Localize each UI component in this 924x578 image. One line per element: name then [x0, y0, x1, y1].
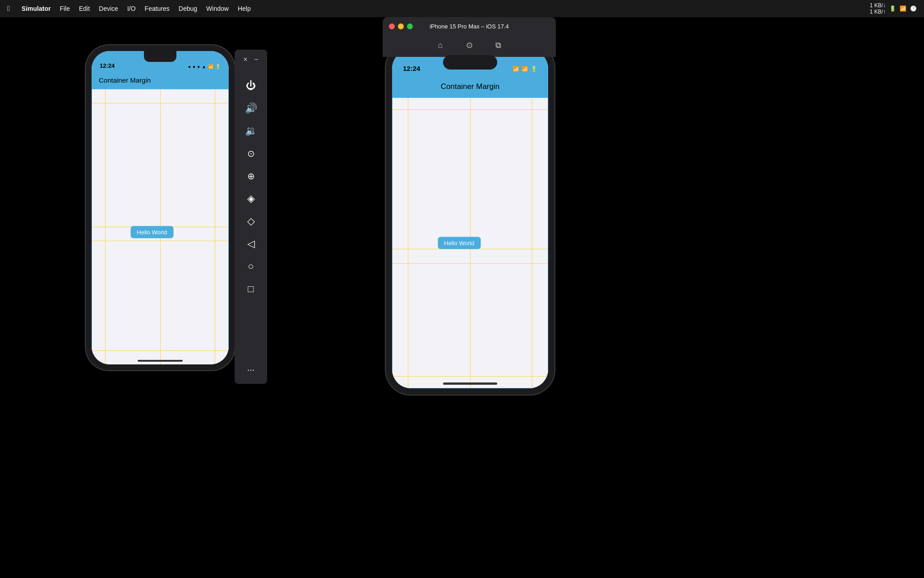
dynamic-island	[443, 55, 497, 70]
nav-title-left: Container Margin	[99, 76, 151, 84]
circle-icon[interactable]: ○	[241, 256, 261, 276]
status-time-left: 12:24	[100, 62, 115, 69]
crosshair-r-blue-v1	[392, 98, 393, 388]
crosshair-r-v3	[532, 98, 532, 388]
crosshair-v1	[105, 89, 106, 364]
volume-up-icon[interactable]: 🔊	[241, 98, 261, 118]
more-options-button[interactable]: ···	[243, 360, 259, 379]
status-icons-right: 📶 📶 🔋	[513, 66, 537, 72]
menubar-item-features[interactable]: Features	[140, 5, 174, 12]
crosshair-blue-h1	[92, 89, 229, 89]
menubar-item-debug[interactable]: Debug	[174, 5, 202, 12]
menubar-right: 1 KB/↓1 KB/↑ 🔋 📶 🕐	[870, 2, 917, 15]
network-usage: 1 KB/↓1 KB/↑	[870, 2, 886, 15]
home-indicator-left	[138, 360, 183, 362]
maximize-button[interactable]	[407, 23, 413, 29]
minimize-button[interactable]	[398, 23, 404, 29]
status-icons-left: ● ● ● ▲ 📶 🔋	[188, 64, 221, 69]
iphone-screen-right: 12:24 📶 📶 🔋 DEBUG Container Margin	[392, 50, 548, 388]
crosshair-r-blue-h1	[392, 98, 548, 98]
menubar-item-io[interactable]: I/O	[123, 5, 140, 12]
volume-down-icon[interactable]: 🔉	[241, 121, 261, 141]
power-icon[interactable]: ⏻	[241, 76, 261, 96]
menubar:  Simulator File Edit Device I/O Feature…	[0, 0, 924, 17]
iphone-navbar-right: Container Margin	[392, 76, 548, 98]
toolbar-minimize-button[interactable]: −	[250, 53, 263, 66]
clock-icon: 🕐	[910, 5, 917, 12]
hello-world-button-left[interactable]: Hello World	[130, 226, 173, 238]
iphone-frame-right: 12:24 📶 📶 🔋 DEBUG Container Margin	[386, 43, 554, 395]
rotate-left-icon[interactable]: ◇	[241, 211, 261, 231]
screenshot-action-button[interactable]: ⊙	[461, 37, 477, 53]
iphone-frame-left: 12:24 ● ● ● ▲ 📶 🔋 DEBUG Container Margin	[86, 45, 235, 370]
nav-title-right: Container Margin	[441, 82, 499, 91]
home-indicator-right	[443, 382, 497, 385]
iphone-navbar-left: Container Margin	[92, 71, 229, 89]
close-button[interactable]	[389, 23, 395, 29]
toolbar-icons: ⏻ 🔊 🔉 ⊙ ⊕ ◈ ◇ ◁ ○ □	[235, 76, 267, 299]
menubar-item-simulator[interactable]: Simulator	[17, 5, 55, 12]
menubar-item-help[interactable]: Help	[233, 5, 255, 12]
crosshair-blue-v1	[92, 89, 92, 364]
menubar-item-window[interactable]: Window	[202, 5, 233, 12]
status-time-right: 12:24	[403, 65, 420, 72]
paste-action-button[interactable]: ⧉	[490, 37, 506, 53]
square-icon[interactable]: □	[241, 279, 261, 299]
rotate-right-icon[interactable]: ◈	[241, 189, 261, 209]
iphone-notch-left	[144, 51, 176, 62]
apple-menu-icon[interactable]: 	[7, 5, 10, 13]
crosshair-r-v1	[408, 98, 408, 388]
home-action-button[interactable]: ⌂	[432, 37, 448, 53]
battery-icon: 🔋	[889, 5, 896, 12]
wifi-icon: 📶	[900, 5, 906, 12]
hello-world-button-right[interactable]: Hello World	[438, 237, 480, 249]
camera-icon[interactable]: ⊙	[241, 144, 261, 163]
menubar-item-edit[interactable]: Edit	[74, 5, 94, 12]
window-dots	[389, 23, 413, 29]
debug-badge-left: DEBUG	[214, 51, 229, 56]
iphone-content-right: Hello World	[392, 98, 548, 388]
crosshair-r-blue-v2	[548, 98, 548, 388]
simulator-right-titlebar: iPhone 15 Pro Max – iOS 17.4 ⌂ ⊙ ⧉	[383, 17, 556, 57]
iphone-content-left: Hello World	[92, 89, 229, 364]
menubar-item-device[interactable]: Device	[94, 5, 123, 12]
back-icon[interactable]: ◁	[241, 234, 261, 254]
crosshair-v3	[215, 89, 215, 364]
iphone-screen-left: 12:24 ● ● ● ▲ 📶 🔋 DEBUG Container Margin	[92, 51, 229, 364]
menubar-item-file[interactable]: File	[55, 5, 74, 12]
zoom-in-icon[interactable]: ⊕	[241, 166, 261, 186]
crosshair-blue-v2	[228, 89, 229, 364]
window-title: iPhone 15 Pro Max – iOS 17.4	[430, 23, 509, 30]
crosshair-r-blue-h2	[392, 388, 548, 388]
simulator-toolbar: × − ⏻ 🔊 🔉 ⊙ ⊕ ◈ ◇ ◁ ○ □ ···	[235, 50, 267, 384]
